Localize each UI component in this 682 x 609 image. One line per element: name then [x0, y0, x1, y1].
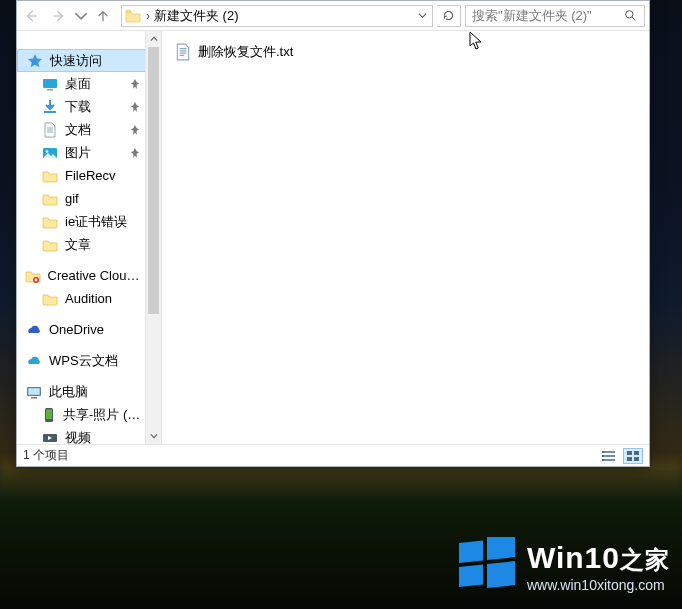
- sidebar-item-label: Audition: [65, 291, 112, 306]
- sidebar-item-label: ie证书错误: [65, 213, 127, 231]
- toolbar: › 新建文件夹 (2) 搜索"新建文件夹 (2)": [17, 1, 649, 31]
- sidebar-creative-cloud[interactable]: Creative Cloud Fil: [17, 264, 161, 287]
- pin-icon: [127, 79, 143, 89]
- download-icon: [41, 98, 59, 116]
- sidebar-item-label: 下载: [65, 98, 91, 116]
- navigation-pane: 快速访问 桌面 下载: [17, 31, 162, 444]
- svg-rect-19: [634, 457, 639, 461]
- search-placeholder: 搜索"新建文件夹 (2)": [472, 7, 622, 25]
- pictures-icon: [41, 144, 59, 162]
- pin-icon: [127, 148, 143, 158]
- status-bar: 1 个项目: [17, 444, 649, 466]
- sidebar-item-videos[interactable]: 视频: [17, 426, 161, 444]
- sidebar-item-label: 快速访问: [50, 52, 102, 70]
- svg-rect-20: [459, 540, 483, 563]
- watermark-title: Win10之家: [527, 541, 670, 574]
- sidebar-item-pictures[interactable]: 图片: [17, 141, 161, 164]
- sidebar-scrollbar[interactable]: [145, 31, 161, 444]
- folder-icon: [41, 167, 59, 185]
- scroll-thumb[interactable]: [148, 47, 159, 314]
- sidebar-item-label: 文档: [65, 121, 91, 139]
- file-name: 删除恢复文件.txt: [198, 43, 293, 61]
- refresh-button[interactable]: [437, 5, 461, 27]
- history-dropdown[interactable]: [73, 1, 89, 30]
- search-icon: [622, 9, 638, 22]
- svg-rect-17: [634, 451, 639, 455]
- address-dropdown[interactable]: [412, 6, 432, 26]
- forward-button[interactable]: [45, 1, 73, 30]
- svg-rect-22: [459, 564, 483, 587]
- svg-rect-18: [627, 457, 632, 461]
- svg-point-5: [46, 150, 49, 153]
- sidebar-item-label: OneDrive: [49, 322, 104, 337]
- svg-rect-16: [627, 451, 632, 455]
- svg-rect-8: [28, 388, 39, 395]
- wps-cloud-icon: [25, 352, 43, 370]
- sidebar-quick-access[interactable]: 快速访问: [17, 49, 161, 72]
- sidebar-item-downloads[interactable]: 下载: [17, 95, 161, 118]
- watermark: Win10之家 www.win10xitong.com: [459, 537, 670, 593]
- sidebar-item-documents[interactable]: 文档: [17, 118, 161, 141]
- document-icon: [41, 121, 59, 139]
- sidebar-item-articles[interactable]: 文章: [17, 233, 161, 256]
- window-body: 快速访问 桌面 下载: [17, 31, 649, 444]
- sidebar-item-desktop[interactable]: 桌面: [17, 72, 161, 95]
- up-button[interactable]: [89, 1, 117, 30]
- pc-icon: [25, 383, 43, 401]
- folder-icon: [41, 236, 59, 254]
- sidebar-item-label: 图片: [65, 144, 91, 162]
- sidebar-item-iecert[interactable]: ie证书错误: [17, 210, 161, 233]
- desktop-icon: [41, 75, 59, 93]
- sidebar-item-audition[interactable]: Audition: [17, 287, 161, 310]
- status-item-count: 1 个项目: [23, 447, 69, 464]
- folder-icon: [41, 190, 59, 208]
- sidebar-item-filerecv[interactable]: FileRecv: [17, 164, 161, 187]
- sidebar-onedrive[interactable]: OneDrive: [17, 318, 161, 341]
- pin-icon: [127, 102, 143, 112]
- svg-rect-11: [46, 409, 52, 419]
- scroll-up-button[interactable]: [146, 31, 161, 47]
- file-item[interactable]: 删除恢复文件.txt: [174, 41, 637, 63]
- back-button[interactable]: [17, 1, 45, 30]
- svg-rect-13: [602, 451, 604, 453]
- video-icon: [41, 429, 59, 445]
- search-input[interactable]: 搜索"新建文件夹 (2)": [465, 5, 645, 27]
- svg-point-0: [625, 11, 632, 18]
- svg-rect-9: [31, 397, 37, 399]
- cc-folder-icon: [25, 267, 42, 285]
- sidebar-item-label: 共享-照片 (Lee77: [63, 406, 143, 424]
- sidebar-this-pc[interactable]: 此电脑: [17, 380, 161, 403]
- watermark-url: www.win10xitong.com: [527, 578, 670, 593]
- star-icon: [26, 52, 44, 70]
- scroll-down-button[interactable]: [146, 428, 161, 444]
- view-large-icons-button[interactable]: [623, 448, 643, 464]
- breadcrumb-separator: ›: [144, 9, 152, 23]
- sidebar-item-label: Creative Cloud Fil: [48, 268, 143, 283]
- file-list[interactable]: 删除恢复文件.txt: [162, 31, 649, 444]
- sidebar-wps-cloud[interactable]: WPS云文档: [17, 349, 161, 372]
- scroll-track[interactable]: [146, 47, 161, 428]
- pin-icon: [127, 125, 143, 135]
- svg-rect-15: [602, 459, 604, 461]
- sidebar-item-label: 桌面: [65, 75, 91, 93]
- sidebar-item-gif[interactable]: gif: [17, 187, 161, 210]
- explorer-window: › 新建文件夹 (2) 搜索"新建文件夹 (2)": [16, 0, 650, 467]
- sidebar-item-label: FileRecv: [65, 168, 116, 183]
- svg-rect-3: [44, 111, 56, 113]
- address-bar[interactable]: › 新建文件夹 (2): [121, 5, 433, 27]
- sidebar-item-shared-photos[interactable]: 共享-照片 (Lee77: [17, 403, 161, 426]
- breadcrumb-segment[interactable]: 新建文件夹 (2): [154, 7, 239, 25]
- view-details-button[interactable]: [599, 448, 619, 464]
- svg-rect-14: [602, 455, 604, 457]
- svg-rect-23: [487, 561, 515, 588]
- sidebar-item-label: 文章: [65, 236, 91, 254]
- folder-icon: [41, 290, 59, 308]
- txt-icon: [174, 43, 192, 61]
- sidebar-item-label: gif: [65, 191, 79, 206]
- svg-rect-1: [43, 79, 57, 88]
- sidebar-item-label: WPS云文档: [49, 352, 118, 370]
- phone-icon: [41, 406, 57, 424]
- folder-icon: [124, 7, 142, 25]
- folder-icon: [41, 213, 59, 231]
- svg-rect-2: [47, 89, 53, 91]
